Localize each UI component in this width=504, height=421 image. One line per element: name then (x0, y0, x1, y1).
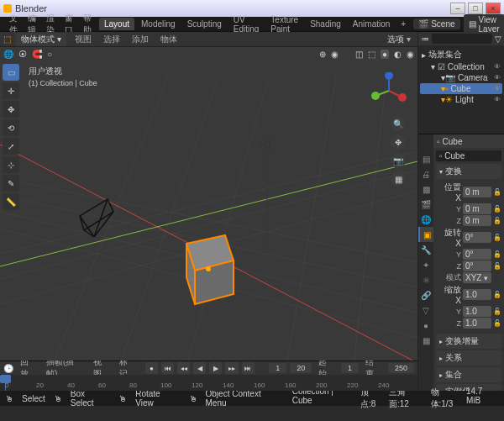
autokey-button[interactable]: ● (145, 362, 158, 374)
tool-move[interactable]: ✥ (3, 101, 19, 118)
frame-step-field[interactable]: 20 (290, 363, 312, 373)
timeline-ruler[interactable]: 020406080100120140160180200220240 (0, 375, 417, 391)
orientation-icon[interactable]: 🌐 (3, 50, 13, 59)
prop-tab-data[interactable]: ▽ (418, 303, 433, 318)
prop-tab-modifiers[interactable]: 🔧 (418, 242, 433, 257)
jump-start-button[interactable]: ⏮ (161, 362, 174, 374)
workspace-tab-layout[interactable]: Layout (99, 18, 134, 30)
next-key-button[interactable]: ▸▸ (225, 362, 238, 374)
workspace-add-button[interactable]: + (396, 18, 410, 30)
viewport-menu-object[interactable]: 物体 (157, 33, 181, 46)
prop-tab-viewlayer[interactable]: ▩ (418, 182, 433, 197)
tool-transform[interactable]: ⊹ (3, 156, 19, 173)
breadcrumb-object[interactable]: Cube (443, 137, 463, 146)
camera-object[interactable] (80, 199, 113, 237)
lock-icon[interactable]: 🔓 (493, 262, 500, 270)
rotation-z-field[interactable]: 0° (463, 260, 491, 271)
lock-icon[interactable]: 🔓 (493, 308, 500, 315)
location-z-field[interactable]: 0 m (463, 215, 491, 226)
outliner-item-camera[interactable]: ▾📷Camera👁 (420, 72, 502, 83)
outliner-item-cube[interactable]: ▾▫Cube👁 (420, 83, 502, 94)
jump-end-button[interactable]: ⏭ (242, 362, 255, 374)
nav-pan-icon[interactable]: ✥ (391, 134, 406, 150)
panel-collections-header[interactable]: 集合 (436, 367, 501, 382)
location-x-field[interactable]: 0 m (463, 187, 491, 197)
scale-z-field[interactable]: 1.0 (463, 318, 491, 329)
lock-icon[interactable]: 🔓 (493, 205, 500, 213)
maximize-button[interactable]: □ (468, 3, 483, 14)
viewlayer-selector[interactable]: ▤View Layer (464, 14, 504, 34)
prop-tab-world[interactable]: 🌐 (418, 212, 433, 227)
play-button[interactable]: ▶ (209, 362, 222, 374)
end-frame-field[interactable]: 250 (388, 363, 414, 373)
prev-key-button[interactable]: ◂◂ (177, 362, 190, 374)
rotation-mode-select[interactable]: XYZ ▾ (463, 272, 491, 283)
mode-selector[interactable]: 物体模式 ▾ (16, 33, 66, 46)
visibility-icon[interactable]: 👁 (494, 96, 501, 103)
scale-x-field[interactable]: 1.0 (463, 289, 491, 300)
scale-y-field[interactable]: 1.0 (463, 306, 491, 317)
workspace-tab-sculpting[interactable]: Sculpting (182, 18, 227, 30)
lock-icon[interactable]: 🔓 (493, 217, 500, 224)
outliner-editor-icon[interactable]: ≔ (421, 34, 429, 44)
prop-tab-material[interactable]: ● (418, 318, 433, 333)
tool-rotate[interactable]: ⟲ (3, 119, 19, 136)
rotation-x-field[interactable]: 0° (463, 232, 491, 243)
rotation-y-field[interactable]: 0° (463, 249, 491, 260)
navigation-gizmo[interactable] (370, 72, 407, 109)
shading-wire-icon[interactable]: ⬚ (368, 50, 375, 59)
panel-transform-header[interactable]: 变换 (436, 164, 501, 179)
workspace-tab-shading[interactable]: Shading (305, 18, 346, 30)
outliner-scene-collection[interactable]: ▸场景集合 (420, 48, 502, 61)
prop-tab-physics[interactable]: ⚛ (418, 272, 433, 287)
prop-tab-texture[interactable]: ▦ (418, 333, 433, 348)
viewport-menu-add[interactable]: 添加 (129, 33, 152, 46)
proportional-icon[interactable]: ○ (47, 50, 52, 59)
object-name-field[interactable]: ▫ Cube (436, 150, 501, 161)
visibility-icon[interactable]: 👁 (494, 63, 501, 71)
viewport-menu-view[interactable]: 视图 (71, 33, 95, 46)
shading-matprev-icon[interactable]: ◐ (394, 50, 402, 59)
minimize-button[interactable]: – (450, 3, 465, 14)
viewport-menu-select[interactable]: 选择 (100, 33, 123, 46)
editor-type-icon[interactable]: ⬚ (3, 34, 11, 44)
prop-tab-scene[interactable]: 🎬 (418, 197, 433, 212)
xray-icon[interactable]: ◫ (355, 50, 363, 59)
snap-icon[interactable]: 🧲 (32, 50, 42, 59)
scene-selector[interactable]: 🎬Scene (413, 18, 459, 29)
lock-icon[interactable]: 🔓 (493, 188, 500, 196)
tool-measure[interactable]: 📏 (3, 193, 19, 210)
shading-rendered-icon[interactable]: ◉ (407, 50, 414, 59)
lock-icon[interactable]: 🔓 (493, 291, 500, 298)
panel-delta-header[interactable]: 变换增量 (436, 334, 501, 349)
outliner-search[interactable] (432, 34, 492, 44)
current-frame-field[interactable]: 1 (269, 363, 286, 373)
start-frame-field[interactable]: 1 (341, 363, 359, 373)
shading-solid-icon[interactable]: ● (381, 50, 389, 59)
visibility-icon[interactable]: 👁 (494, 74, 501, 82)
tool-select-box[interactable]: ▭ (3, 64, 19, 81)
gizmo-toggle-icon[interactable]: ⊕ (319, 50, 326, 59)
prop-tab-constraints[interactable]: 🔗 (418, 287, 433, 303)
tool-annotate[interactable]: ✎ (3, 175, 19, 192)
viewport-options[interactable]: 选项 ▾ (384, 33, 414, 46)
tool-cursor[interactable]: ✛ (3, 82, 19, 99)
filter-icon[interactable]: ▽ (495, 34, 501, 44)
close-button[interactable]: × (486, 3, 501, 14)
nav-camera-icon[interactable]: 📷 (391, 153, 406, 168)
lock-icon[interactable]: 🔓 (493, 234, 500, 241)
cube-object[interactable] (186, 235, 234, 304)
prop-tab-object[interactable]: ▣ (418, 227, 433, 242)
outliner-collection[interactable]: ▾ ☑Collection👁 (420, 61, 502, 72)
panel-relations-header[interactable]: 关系 (436, 350, 501, 366)
viewport-3d[interactable]: ▭ ✛ ✥ ⟲ ⤢ ⊹ ✎ 📏 用户透视 (1) Collection | Cu… (0, 61, 417, 360)
workspace-tab-modeling[interactable]: Modeling (136, 18, 181, 30)
prop-tab-output[interactable]: 🖨 (418, 166, 433, 182)
overlays-toggle-icon[interactable]: ◉ (331, 50, 339, 59)
outliner-item-light[interactable]: ▾☀Light👁 (420, 94, 502, 105)
prop-tab-render[interactable]: ▤ (418, 151, 433, 166)
play-reverse-button[interactable]: ◀ (193, 362, 206, 374)
nav-zoom-icon[interactable]: 🔍 (391, 116, 406, 131)
nav-persp-icon[interactable]: ▦ (391, 171, 406, 187)
pivot-icon[interactable]: ⦿ (18, 50, 27, 59)
